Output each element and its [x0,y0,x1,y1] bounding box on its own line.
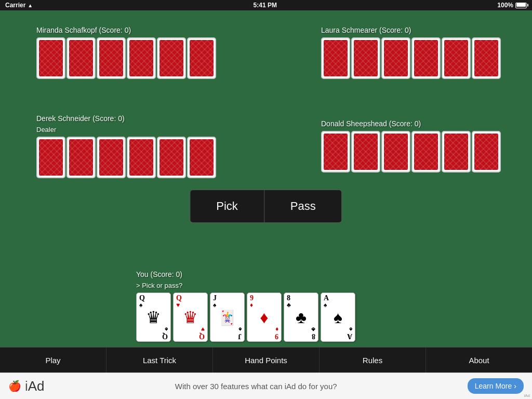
card-back [351,37,380,79]
player-top-right-label: Laura Schmearer (Score: 0) [321,26,501,34]
battery-icon [515,3,527,8]
card-back [36,137,65,178]
card-rank-bot: 9 [275,332,278,340]
card-suit: ♠ [324,302,327,308]
card-suit-bot: ♣ [311,326,315,332]
card-back [321,131,350,172]
card-back [472,37,501,79]
tab-hand-points[interactable]: Hand Points [213,348,320,373]
card-rank: Q [139,295,145,302]
card-back [127,37,156,79]
status-right: 100% [497,2,527,9]
tab-rules[interactable]: Rules [320,348,426,373]
card-suit: ♦ [250,302,253,308]
card-back [97,37,126,79]
pass-button[interactable]: Pass [264,190,342,222]
card-back [157,137,186,178]
player-top-right: Laura Schmearer (Score: 0) [321,26,501,79]
wifi-icon [28,2,33,9]
card-back [411,37,441,79]
card-center: ♛ [146,308,161,327]
card-back [97,137,126,178]
card-center: ♣ [296,308,307,327]
card-suit-bot: ♦ [275,326,278,332]
card-rank: Q [176,295,182,302]
player-top-right-hand [321,37,501,79]
player-bottom: You (Score: 0) > Pick or pass? Q ♠ ♛ Q ♠… [136,270,396,342]
bottom-player-prompt: > Pick or pass? [136,282,396,289]
card-qs[interactable]: Q ♠ ♛ Q ♠ [136,292,171,342]
carrier-label: Carrier [5,2,25,9]
iad-left: 🍎 iAd [8,378,45,394]
bottom-hand: Q ♠ ♛ Q ♠ Q ♥ ♛ Q ♥ J ♠ 🃏 J ♠ [136,292,396,342]
card-8c[interactable]: 8 ♣ ♣ 8 ♣ [284,292,318,342]
game-area: Miranda Schafkopf (Score: 0) Laura Schme… [0,10,532,347]
card-rank: A [324,295,329,302]
learn-more-button[interactable]: Learn More › [468,378,524,394]
tab-play[interactable]: Play [0,348,107,373]
card-rank: 8 [287,295,290,302]
card-rank-bot: J [238,332,242,340]
status-bar: Carrier 5:41 PM 100% [0,0,532,10]
card-suit-bot: ♥ [201,326,205,332]
player-top-left-label: Miranda Schafkopf (Score: 0) [36,26,216,34]
player-mid-left-hand [36,137,216,178]
apple-icon: 🍎 [8,380,21,392]
card-rank-bot: Q [162,332,168,340]
card-back [472,131,501,172]
player-mid-right: Donald Sheepshead (Score: 0) [321,119,501,172]
card-suit: ♠ [139,302,142,308]
card-suit: ♠ [213,302,216,308]
player-mid-right-label: Donald Sheepshead (Score: 0) [321,119,501,128]
player-top-left: Miranda Schafkopf (Score: 0) [36,26,216,79]
card-back [36,37,65,79]
card-back [381,131,410,172]
card-9d[interactable]: 9 ♦ ♦ 9 ♦ [247,292,282,342]
card-center: ♦ [260,308,268,327]
iad-banner: 🍎 iAd With over 30 features what can iAd… [0,373,532,399]
action-buttons: Pick Pass [190,190,342,223]
card-center: 🃏 [218,309,236,326]
card-back [411,131,441,172]
card-back [442,131,471,172]
card-back [157,37,186,79]
card-center: ♛ [183,308,198,327]
card-back [187,37,216,79]
card-back [127,137,156,178]
player-top-left-hand [36,37,216,79]
card-js[interactable]: J ♠ 🃏 J ♠ [210,292,245,342]
bottom-player-labels: You (Score: 0) > Pick or pass? [136,270,396,289]
iad-logo: iAd [25,378,45,394]
card-suit: ♣ [287,302,291,308]
card-back [66,137,96,178]
card-back [66,37,96,79]
chevron-right-icon: › [514,382,516,390]
card-qh[interactable]: Q ♥ ♛ Q ♥ [173,292,208,342]
player-mid-right-hand [321,131,501,172]
tab-last-trick[interactable]: Last Trick [107,348,213,373]
battery-percent: 100% [497,2,513,9]
card-suit: ♥ [176,302,180,308]
tab-about[interactable]: About [426,348,532,373]
card-back [442,37,471,79]
card-back [381,37,410,79]
tab-bar: Play Last Trick Hand Points Rules About [0,347,532,373]
carrier-info: Carrier [5,2,33,9]
player-mid-left: Derek Schneider (Score: 0) Dealer [36,114,216,178]
player-mid-left-label: Derek Schneider (Score: 0) [36,114,216,123]
card-suit-bot: ♠ [165,326,168,332]
pick-button[interactable]: Pick [190,190,264,222]
time-display: 5:41 PM [254,2,277,9]
bottom-player-label: You (Score: 0) [136,270,396,278]
card-rank: 9 [250,295,254,302]
card-suit-bot: ♠ [349,326,352,332]
card-as[interactable]: A ♠ ♠ A ♠ [321,292,355,342]
card-back [321,37,350,79]
card-rank-bot: Q [199,332,205,340]
card-rank-bot: A [347,332,352,340]
dealer-label: Dealer [36,126,216,134]
iad-credit: iAd [524,393,530,398]
card-center: ♠ [334,308,342,327]
card-back [351,131,380,172]
card-back [187,137,216,178]
